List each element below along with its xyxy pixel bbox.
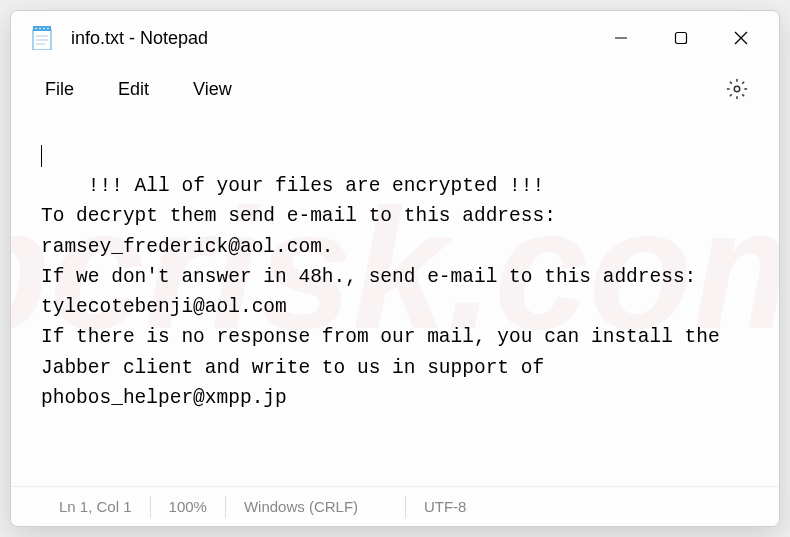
svg-rect-10 [676, 33, 687, 44]
text-cursor [41, 145, 42, 167]
close-button[interactable] [711, 18, 771, 58]
status-line-ending: Windows (CRLF) [226, 496, 406, 518]
notepad-icon [31, 26, 53, 50]
minimize-button[interactable] [591, 18, 651, 58]
text-area[interactable]: !!! All of your files are encrypted !!! … [11, 113, 779, 486]
svg-point-4 [43, 28, 45, 30]
menubar: File Edit View [11, 65, 779, 113]
svg-point-13 [734, 86, 740, 92]
window-controls [591, 18, 771, 58]
statusbar: Ln 1, Col 1 100% Windows (CRLF) UTF-8 [11, 486, 779, 526]
window-title: info.txt - Notepad [71, 28, 591, 49]
status-zoom: 100% [151, 496, 226, 518]
svg-point-2 [35, 28, 37, 30]
status-position: Ln 1, Col 1 [41, 496, 151, 518]
menu-edit[interactable]: Edit [96, 71, 171, 108]
menu-file[interactable]: File [23, 71, 96, 108]
svg-point-3 [39, 28, 41, 30]
maximize-button[interactable] [651, 18, 711, 58]
titlebar[interactable]: info.txt - Notepad [11, 11, 779, 65]
document-text: !!! All of your files are encrypted !!! … [41, 175, 731, 409]
menu-view[interactable]: View [171, 71, 254, 108]
svg-point-5 [47, 28, 49, 30]
notepad-window: pcrisk.com info.txt - Notepad [10, 10, 780, 527]
status-encoding: UTF-8 [406, 496, 506, 518]
settings-button[interactable] [717, 69, 757, 109]
